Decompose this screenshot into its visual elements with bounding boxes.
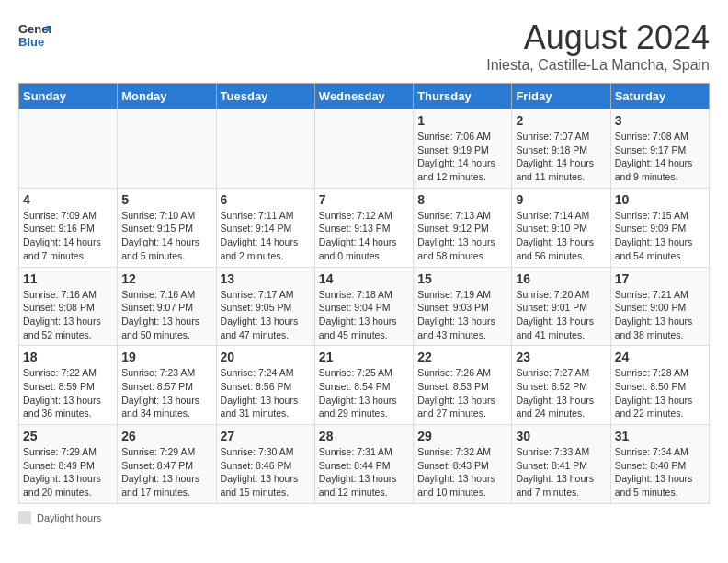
calendar-cell: 13Sunrise: 7:17 AM Sunset: 9:05 PM Dayli…: [216, 267, 314, 346]
day-info: Sunrise: 7:20 AM Sunset: 9:01 PM Dayligh…: [516, 288, 606, 342]
day-number: 13: [221, 271, 311, 286]
calendar-day-header: Monday: [118, 84, 216, 109]
calendar-cell: 8Sunrise: 7:13 AM Sunset: 9:12 PM Daylig…: [414, 188, 512, 267]
day-info: Sunrise: 7:13 AM Sunset: 9:12 PM Dayligh…: [417, 209, 507, 263]
day-number: 12: [121, 271, 211, 286]
calendar-cell: 12Sunrise: 7:16 AM Sunset: 9:07 PM Dayli…: [118, 267, 216, 346]
calendar-week-row: 4Sunrise: 7:09 AM Sunset: 9:16 PM Daylig…: [19, 188, 710, 267]
calendar-day-header: Friday: [512, 84, 610, 109]
day-info: Sunrise: 7:14 AM Sunset: 9:10 PM Dayligh…: [516, 209, 606, 263]
calendar-cell: 20Sunrise: 7:24 AM Sunset: 8:56 PM Dayli…: [216, 346, 314, 425]
day-info: Sunrise: 7:28 AM Sunset: 8:50 PM Dayligh…: [615, 366, 705, 420]
calendar-cell: 23Sunrise: 7:27 AM Sunset: 8:52 PM Dayli…: [512, 346, 610, 425]
day-number: 6: [221, 192, 311, 207]
day-number: 30: [516, 429, 606, 443]
calendar-cell: 21Sunrise: 7:25 AM Sunset: 8:54 PM Dayli…: [314, 346, 413, 425]
day-number: 27: [221, 429, 311, 443]
calendar-day-header: Wednesday: [314, 84, 413, 109]
calendar-cell: 28Sunrise: 7:31 AM Sunset: 8:44 PM Dayli…: [314, 425, 413, 504]
calendar-cell: 3Sunrise: 7:08 AM Sunset: 9:17 PM Daylig…: [610, 109, 709, 189]
calendar-cell: 11Sunrise: 7:16 AM Sunset: 9:08 PM Dayli…: [19, 267, 118, 346]
day-info: Sunrise: 7:29 AM Sunset: 8:49 PM Dayligh…: [23, 445, 113, 500]
svg-text:Blue: Blue: [18, 35, 44, 49]
day-number: 19: [121, 350, 211, 364]
day-info: Sunrise: 7:19 AM Sunset: 9:03 PM Dayligh…: [417, 288, 507, 342]
day-number: 21: [319, 350, 409, 364]
calendar-day-header: Sunday: [19, 84, 118, 109]
calendar-cell: 24Sunrise: 7:28 AM Sunset: 8:50 PM Dayli…: [610, 346, 709, 425]
calendar-header-row: SundayMondayTuesdayWednesdayThursdayFrid…: [19, 84, 710, 109]
day-number: 24: [615, 350, 705, 364]
day-number: 23: [516, 350, 606, 364]
day-info: Sunrise: 7:27 AM Sunset: 8:52 PM Dayligh…: [516, 366, 606, 420]
calendar-cell: 17Sunrise: 7:21 AM Sunset: 9:00 PM Dayli…: [610, 267, 709, 346]
calendar-cell: [19, 109, 118, 189]
calendar-cell: 26Sunrise: 7:29 AM Sunset: 8:47 PM Dayli…: [118, 425, 216, 504]
calendar-cell: 15Sunrise: 7:19 AM Sunset: 9:03 PM Dayli…: [414, 267, 512, 346]
calendar-cell: 29Sunrise: 7:32 AM Sunset: 8:43 PM Dayli…: [414, 425, 512, 504]
calendar-cell: [216, 109, 314, 189]
day-info: Sunrise: 7:18 AM Sunset: 9:04 PM Dayligh…: [319, 288, 409, 342]
calendar-week-row: 11Sunrise: 7:16 AM Sunset: 9:08 PM Dayli…: [19, 267, 710, 346]
calendar-cell: 16Sunrise: 7:20 AM Sunset: 9:01 PM Dayli…: [512, 267, 610, 346]
calendar-cell: 4Sunrise: 7:09 AM Sunset: 9:16 PM Daylig…: [19, 188, 118, 267]
day-info: Sunrise: 7:10 AM Sunset: 9:15 PM Dayligh…: [121, 209, 211, 263]
calendar-cell: 10Sunrise: 7:15 AM Sunset: 9:09 PM Dayli…: [610, 188, 709, 267]
day-number: 11: [23, 271, 113, 286]
calendar-cell: [118, 109, 216, 189]
calendar-week-row: 25Sunrise: 7:29 AM Sunset: 8:49 PM Dayli…: [19, 425, 710, 504]
day-number: 4: [23, 192, 113, 207]
day-number: 29: [417, 429, 507, 443]
day-info: Sunrise: 7:24 AM Sunset: 8:56 PM Dayligh…: [221, 366, 311, 420]
day-info: Sunrise: 7:17 AM Sunset: 9:05 PM Dayligh…: [221, 288, 311, 342]
day-number: 7: [319, 192, 409, 207]
daylight-label: Daylight hours: [37, 512, 101, 523]
day-number: 25: [23, 429, 113, 443]
day-info: Sunrise: 7:29 AM Sunset: 8:47 PM Dayligh…: [121, 445, 211, 500]
calendar-day-header: Thursday: [414, 84, 512, 109]
calendar-cell: 14Sunrise: 7:18 AM Sunset: 9:04 PM Dayli…: [314, 267, 413, 346]
calendar-day-header: Tuesday: [216, 84, 314, 109]
day-info: Sunrise: 7:12 AM Sunset: 9:13 PM Dayligh…: [319, 209, 409, 263]
day-info: Sunrise: 7:06 AM Sunset: 9:19 PM Dayligh…: [417, 130, 507, 184]
day-info: Sunrise: 7:09 AM Sunset: 9:16 PM Dayligh…: [23, 209, 113, 263]
day-number: 3: [615, 113, 705, 128]
calendar-cell: 25Sunrise: 7:29 AM Sunset: 8:49 PM Dayli…: [19, 425, 118, 504]
calendar-day-header: Saturday: [610, 84, 709, 109]
calendar-cell: 5Sunrise: 7:10 AM Sunset: 9:15 PM Daylig…: [118, 188, 216, 267]
calendar-table: SundayMondayTuesdayWednesdayThursdayFrid…: [18, 83, 710, 504]
day-info: Sunrise: 7:34 AM Sunset: 8:40 PM Dayligh…: [615, 445, 705, 500]
day-number: 15: [417, 271, 507, 286]
calendar-cell: 31Sunrise: 7:34 AM Sunset: 8:40 PM Dayli…: [610, 425, 709, 504]
calendar-cell: [314, 109, 413, 189]
calendar-week-row: 18Sunrise: 7:22 AM Sunset: 8:59 PM Dayli…: [19, 346, 710, 425]
calendar-cell: 9Sunrise: 7:14 AM Sunset: 9:10 PM Daylig…: [512, 188, 610, 267]
calendar-subtitle: Iniesta, Castille-La Mancha, Spain: [486, 57, 710, 74]
day-number: 2: [516, 113, 606, 128]
day-info: Sunrise: 7:31 AM Sunset: 8:44 PM Dayligh…: [319, 445, 409, 500]
day-info: Sunrise: 7:33 AM Sunset: 8:41 PM Dayligh…: [516, 445, 606, 500]
day-number: 17: [615, 271, 705, 286]
calendar-cell: 18Sunrise: 7:22 AM Sunset: 8:59 PM Dayli…: [19, 346, 118, 425]
day-number: 1: [417, 113, 507, 128]
day-number: 31: [615, 429, 705, 443]
day-info: Sunrise: 7:08 AM Sunset: 9:17 PM Dayligh…: [615, 130, 705, 184]
day-number: 9: [516, 192, 606, 207]
day-number: 10: [615, 192, 705, 207]
day-info: Sunrise: 7:32 AM Sunset: 8:43 PM Dayligh…: [417, 445, 507, 500]
day-info: Sunrise: 7:23 AM Sunset: 8:57 PM Dayligh…: [121, 366, 211, 420]
day-info: Sunrise: 7:26 AM Sunset: 8:53 PM Dayligh…: [417, 366, 507, 420]
page-header: General Blue August 2024 Iniesta, Castil…: [18, 18, 710, 74]
day-number: 5: [121, 192, 211, 207]
footer-note: Daylight hours: [18, 511, 710, 524]
day-info: Sunrise: 7:07 AM Sunset: 9:18 PM Dayligh…: [516, 130, 606, 184]
day-number: 8: [417, 192, 507, 207]
calendar-cell: 19Sunrise: 7:23 AM Sunset: 8:57 PM Dayli…: [118, 346, 216, 425]
calendar-cell: 27Sunrise: 7:30 AM Sunset: 8:46 PM Dayli…: [216, 425, 314, 504]
day-number: 18: [23, 350, 113, 364]
day-info: Sunrise: 7:25 AM Sunset: 8:54 PM Dayligh…: [319, 366, 409, 420]
day-info: Sunrise: 7:11 AM Sunset: 9:14 PM Dayligh…: [221, 209, 311, 263]
calendar-cell: 1Sunrise: 7:06 AM Sunset: 9:19 PM Daylig…: [414, 109, 512, 189]
day-info: Sunrise: 7:21 AM Sunset: 9:00 PM Dayligh…: [615, 288, 705, 342]
calendar-week-row: 1Sunrise: 7:06 AM Sunset: 9:19 PM Daylig…: [19, 109, 710, 189]
